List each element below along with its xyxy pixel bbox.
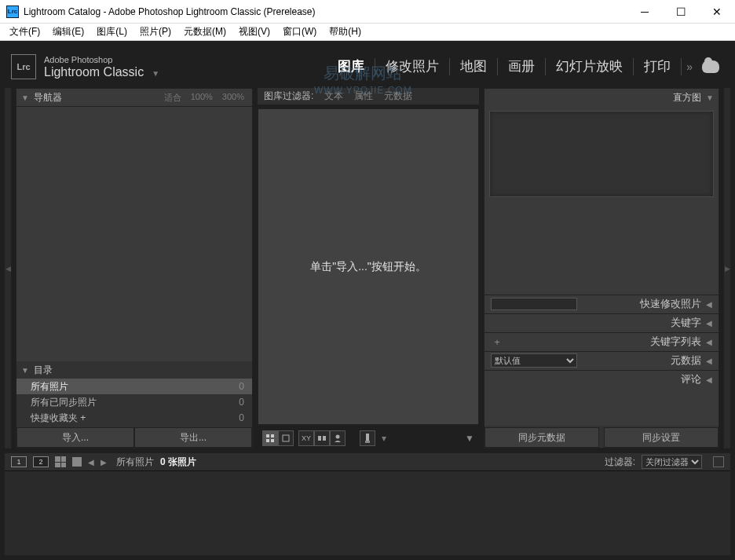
menubar: 文件(F) 编辑(E) 图库(L) 照片(P) 元数据(M) 视图(V) 窗口(… — [0, 24, 735, 41]
histogram-header[interactable]: 直方图 ▼ — [485, 89, 719, 106]
close-button[interactable]: ✕ — [699, 0, 735, 24]
filmstrip-filter-select[interactable]: 关闭过滤器 — [642, 455, 702, 469]
sync-metadata-button[interactable]: 同步元数据 — [485, 427, 599, 448]
painter-chevron-icon[interactable]: ▾ — [382, 433, 386, 444]
menu-view[interactable]: 视图(V) — [232, 25, 276, 38]
keyword-list-header[interactable]: + 关键字列表 ◀ — [485, 332, 719, 351]
filter-label: 图库过滤器: — [264, 90, 313, 103]
navigator-title: 导航器 — [34, 91, 62, 104]
module-book[interactable]: 画册 — [498, 58, 546, 75]
loupe-view-button[interactable] — [278, 430, 294, 446]
svg-rect-1 — [271, 434, 274, 437]
catalog-item-synced[interactable]: 所有已同步照片 0 — [16, 394, 252, 410]
zoom-fit[interactable]: 适合 — [164, 92, 181, 104]
menu-metadata[interactable]: 元数据(M) — [177, 25, 232, 38]
expander-icon: ▼ — [706, 93, 714, 102]
toolbar-chevron-icon[interactable]: ▼ — [465, 433, 474, 444]
svg-rect-4 — [283, 435, 289, 441]
svg-rect-9 — [365, 441, 370, 443]
filter-attribute[interactable]: 属性 — [354, 90, 373, 103]
app-icon: Lrc — [6, 5, 19, 18]
module-print[interactable]: 打印 — [634, 58, 682, 75]
filmstrip-source[interactable]: 所有照片 — [116, 456, 154, 469]
quick-develop-header[interactable]: 快速修改照片 ◀ — [485, 295, 719, 313]
menu-library[interactable]: 图库(L) — [90, 25, 133, 38]
keywords-header[interactable]: 关键字 ◀ — [485, 313, 719, 332]
svg-rect-0 — [266, 434, 269, 437]
expander-icon: ▼ — [21, 366, 29, 375]
menu-help[interactable]: 帮助(H) — [323, 25, 368, 38]
navigator-header[interactable]: ▼ 导航器 适合 100% 300% — [16, 89, 252, 106]
add-keyword-icon[interactable]: + — [491, 336, 503, 348]
export-button[interactable]: 导出... — [134, 427, 252, 448]
zoom-300[interactable]: 300% — [222, 92, 244, 104]
people-view-button[interactable] — [330, 430, 346, 446]
painter-tool-button[interactable] — [360, 430, 375, 446]
module-library[interactable]: 图库 — [327, 58, 375, 75]
svg-rect-8 — [366, 434, 369, 441]
filter-text[interactable]: 文本 — [324, 90, 343, 103]
library-filter-bar: 图库过滤器: 文本 属性 元数据 — [258, 88, 479, 105]
survey-view-button[interactable] — [314, 430, 330, 446]
catalog-item-quick-collection[interactable]: 快捷收藏夹 + 0 — [16, 410, 252, 426]
filmstrip-filter-label: 过滤器: — [605, 456, 635, 469]
list-item-count: 0 — [239, 381, 244, 392]
menu-window[interactable]: 窗口(W) — [276, 25, 323, 38]
filter-metadata[interactable]: 元数据 — [384, 90, 412, 103]
menu-file[interactable]: 文件(F) — [3, 25, 46, 38]
metadata-header[interactable]: 默认值 元数据 ◀ — [485, 351, 719, 370]
module-map[interactable]: 地图 — [450, 58, 498, 75]
grid-view: 单击"导入..."按钮开始。 — [258, 108, 479, 425]
maximize-button[interactable]: ☐ — [663, 0, 699, 24]
list-item-label: 所有照片 — [31, 380, 68, 393]
zoom-100[interactable]: 100% — [191, 92, 213, 104]
empty-grid-message: 单击"导入..."按钮开始。 — [310, 260, 426, 274]
list-item-count: 0 — [239, 397, 244, 408]
svg-rect-6 — [323, 436, 326, 441]
brand-line1: Adobe Photoshop — [44, 54, 159, 65]
grid-view-button[interactable] — [262, 430, 278, 446]
filmstrip-body[interactable] — [5, 470, 730, 555]
catalog-title: 目录 — [34, 364, 53, 377]
brand-chevron-icon[interactable]: ▼ — [152, 69, 159, 78]
import-button[interactable]: 导入... — [16, 427, 134, 448]
cloud-sync-icon[interactable] — [702, 60, 719, 73]
module-develop[interactable]: 修改照片 — [375, 58, 450, 75]
window-title: Lightroom Catalog - Adobe Photoshop Ligh… — [24, 6, 627, 17]
nav-forward-icon[interactable]: ▶ — [101, 458, 107, 467]
svg-rect-3 — [271, 439, 274, 442]
module-slideshow[interactable]: 幻灯片放映 — [546, 58, 634, 75]
histogram-title: 直方图 — [673, 91, 701, 104]
menu-edit[interactable]: 编辑(E) — [46, 25, 90, 38]
brand-line2: Lightroom Classic▼ — [44, 65, 159, 79]
comments-header[interactable]: 评论 ◀ — [485, 370, 719, 389]
menu-photo[interactable]: 照片(P) — [133, 25, 177, 38]
modules-more-icon[interactable]: » — [682, 60, 697, 73]
filmstrip-loupe-icon[interactable] — [72, 457, 82, 467]
lrc-badge-icon: Lrc — [11, 54, 36, 79]
catalog-item-all-photos[interactable]: 所有照片 0 — [16, 379, 252, 394]
compare-view-button[interactable]: XY — [298, 430, 314, 446]
minimize-button[interactable]: ─ — [627, 0, 663, 24]
left-collapse-handle[interactable]: ◀ — [5, 88, 11, 448]
svg-rect-5 — [318, 436, 321, 441]
expander-icon: ▼ — [21, 93, 29, 102]
sync-settings-button[interactable]: 同步设置 — [604, 427, 719, 448]
svg-point-7 — [336, 435, 340, 439]
filmstrip-count: 0 张照片 — [160, 456, 196, 469]
metadata-preset-select[interactable]: 默认值 — [491, 353, 577, 368]
quick-preset-select[interactable] — [491, 298, 577, 310]
histogram-canvas — [489, 111, 714, 197]
list-item-count: 0 — [239, 412, 244, 423]
navigator-preview — [16, 106, 252, 361]
catalog-header[interactable]: ▼ 目录 — [16, 361, 252, 379]
svg-rect-2 — [266, 439, 269, 442]
nav-back-icon[interactable]: ◀ — [88, 458, 94, 467]
view-toolbar: XY ▾ ▼ — [258, 428, 479, 448]
filmstrip-grid-icon[interactable] — [55, 456, 66, 467]
filter-lock-icon[interactable] — [713, 456, 724, 467]
secondary-monitor-button[interactable]: 2 — [33, 456, 49, 467]
right-collapse-handle[interactable]: ▶ — [724, 88, 730, 448]
primary-monitor-button[interactable]: 1 — [11, 456, 27, 467]
list-item-label: 所有已同步照片 — [31, 396, 97, 409]
